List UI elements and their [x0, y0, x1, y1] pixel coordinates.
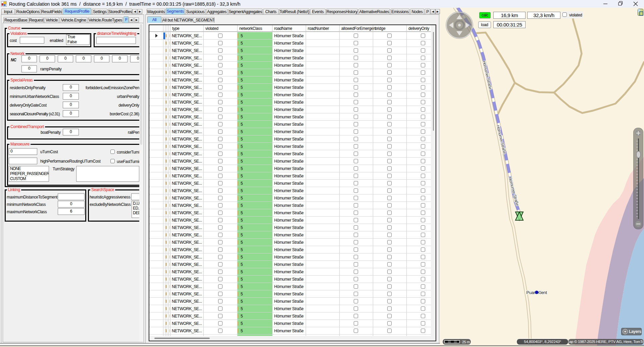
svg-text:25 m: 25 m [462, 340, 470, 344]
